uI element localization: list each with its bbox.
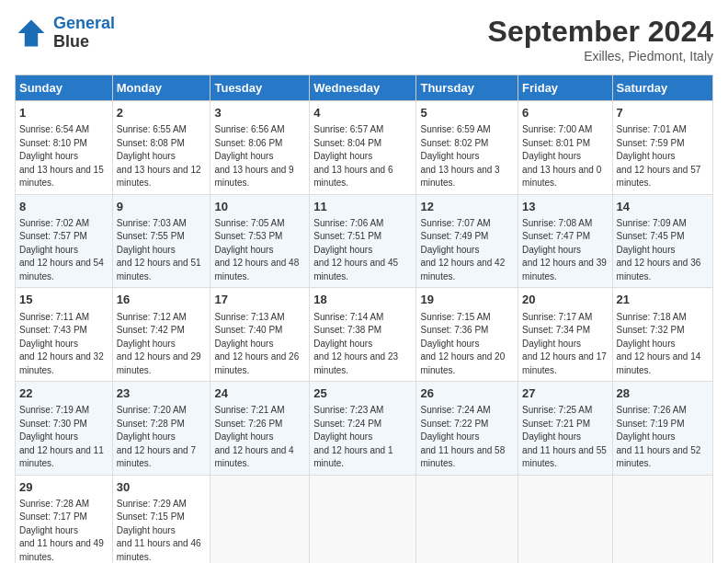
calendar-cell: 14Sunrise: 7:09 AMSunset: 7:45 PMDayligh… <box>612 194 712 288</box>
day-info: Sunrise: 7:07 AMSunset: 7:49 PMDaylight … <box>420 217 514 284</box>
header-cell-monday: Monday <box>112 75 210 101</box>
day-number: 18 <box>313 292 412 308</box>
day-info: Sunrise: 7:17 AMSunset: 7:34 PMDaylight … <box>522 311 608 378</box>
calendar-week-3: 15Sunrise: 7:11 AMSunset: 7:43 PMDayligh… <box>16 288 713 382</box>
logo-icon <box>15 17 48 50</box>
day-number: 21 <box>617 292 709 308</box>
day-info: Sunrise: 7:29 AMSunset: 7:15 PMDaylight … <box>117 498 207 563</box>
logo-line2: Blue <box>53 33 115 52</box>
calendar-cell: 24Sunrise: 7:21 AMSunset: 7:26 PMDayligh… <box>210 382 310 476</box>
header-cell-thursday: Thursday <box>416 75 518 101</box>
calendar-cell: 26Sunrise: 7:24 AMSunset: 7:22 PMDayligh… <box>416 382 518 476</box>
day-info: Sunrise: 7:06 AMSunset: 7:51 PMDaylight … <box>313 217 412 284</box>
day-number: 25 <box>313 385 412 402</box>
day-number: 1 <box>19 105 108 121</box>
calendar-cell <box>310 475 416 563</box>
day-number: 14 <box>617 199 709 215</box>
day-number: 12 <box>420 199 514 215</box>
calendar-cell: 3Sunrise: 6:56 AMSunset: 8:06 PMDaylight… <box>210 101 310 195</box>
header-cell-tuesday: Tuesday <box>210 75 310 101</box>
day-number: 3 <box>214 105 305 121</box>
calendar-cell: 18Sunrise: 7:14 AMSunset: 7:38 PMDayligh… <box>310 288 416 382</box>
calendar-cell: 21Sunrise: 7:18 AMSunset: 7:32 PMDayligh… <box>612 288 712 382</box>
day-info: Sunrise: 6:55 AMSunset: 8:08 PMDaylight … <box>117 123 207 190</box>
day-info: Sunrise: 7:19 AMSunset: 7:30 PMDaylight … <box>19 404 108 471</box>
day-info: Sunrise: 7:13 AMSunset: 7:40 PMDaylight … <box>214 311 305 378</box>
calendar-cell: 17Sunrise: 7:13 AMSunset: 7:40 PMDayligh… <box>210 288 310 382</box>
day-info: Sunrise: 7:23 AMSunset: 7:24 PMDaylight … <box>313 404 412 471</box>
day-info: Sunrise: 7:25 AMSunset: 7:21 PMDaylight … <box>522 404 608 471</box>
calendar-week-5: 29Sunrise: 7:28 AMSunset: 7:17 PMDayligh… <box>16 475 713 563</box>
day-number: 23 <box>117 385 207 402</box>
header-cell-saturday: Saturday <box>612 75 712 101</box>
day-info: Sunrise: 7:08 AMSunset: 7:47 PMDaylight … <box>522 217 608 284</box>
calendar-table: SundayMondayTuesdayWednesdayThursdayFrid… <box>15 75 713 563</box>
calendar-week-1: 1Sunrise: 6:54 AMSunset: 8:10 PMDaylight… <box>16 101 713 195</box>
calendar-cell <box>518 475 612 563</box>
page-header: General Blue September 2024 Exilles, Pie… <box>15 15 713 63</box>
calendar-cell: 15Sunrise: 7:11 AMSunset: 7:43 PMDayligh… <box>16 288 113 382</box>
header-cell-friday: Friday <box>518 75 612 101</box>
calendar-cell: 12Sunrise: 7:07 AMSunset: 7:49 PMDayligh… <box>416 194 518 288</box>
day-info: Sunrise: 6:54 AMSunset: 8:10 PMDaylight … <box>19 123 108 190</box>
day-info: Sunrise: 7:09 AMSunset: 7:45 PMDaylight … <box>617 217 709 284</box>
day-number: 6 <box>522 105 608 121</box>
calendar-cell <box>612 475 712 563</box>
calendar-cell: 1Sunrise: 6:54 AMSunset: 8:10 PMDaylight… <box>16 101 113 195</box>
logo-line1: General <box>53 14 115 32</box>
day-number: 15 <box>19 292 108 308</box>
calendar-cell <box>210 475 310 563</box>
svg-marker-0 <box>18 19 45 46</box>
calendar-cell: 16Sunrise: 7:12 AMSunset: 7:42 PMDayligh… <box>112 288 210 382</box>
day-number: 7 <box>617 105 709 121</box>
calendar-header: SundayMondayTuesdayWednesdayThursdayFrid… <box>16 75 713 101</box>
day-info: Sunrise: 7:14 AMSunset: 7:38 PMDaylight … <box>313 311 412 378</box>
calendar-cell: 19Sunrise: 7:15 AMSunset: 7:36 PMDayligh… <box>416 288 518 382</box>
day-info: Sunrise: 6:59 AMSunset: 8:02 PMDaylight … <box>420 123 514 190</box>
day-info: Sunrise: 6:57 AMSunset: 8:04 PMDaylight … <box>313 123 412 190</box>
calendar-cell: 8Sunrise: 7:02 AMSunset: 7:57 PMDaylight… <box>16 194 113 288</box>
logo: General Blue <box>15 15 115 52</box>
day-number: 13 <box>522 199 608 215</box>
day-info: Sunrise: 7:00 AMSunset: 8:01 PMDaylight … <box>522 123 608 190</box>
calendar-body: 1Sunrise: 6:54 AMSunset: 8:10 PMDaylight… <box>16 101 713 564</box>
calendar-cell: 10Sunrise: 7:05 AMSunset: 7:53 PMDayligh… <box>210 194 310 288</box>
calendar-cell: 29Sunrise: 7:28 AMSunset: 7:17 PMDayligh… <box>16 475 113 563</box>
calendar-week-4: 22Sunrise: 7:19 AMSunset: 7:30 PMDayligh… <box>16 382 713 476</box>
day-number: 17 <box>214 292 305 308</box>
day-number: 11 <box>313 199 412 215</box>
day-info: Sunrise: 7:26 AMSunset: 7:19 PMDaylight … <box>617 404 709 471</box>
month-title: September 2024 <box>488 15 713 49</box>
calendar-cell: 28Sunrise: 7:26 AMSunset: 7:19 PMDayligh… <box>612 382 712 476</box>
day-info: Sunrise: 7:01 AMSunset: 7:59 PMDaylight … <box>617 123 709 190</box>
calendar-cell: 23Sunrise: 7:20 AMSunset: 7:28 PMDayligh… <box>112 382 210 476</box>
day-info: Sunrise: 7:11 AMSunset: 7:43 PMDaylight … <box>19 311 108 378</box>
header-row: SundayMondayTuesdayWednesdayThursdayFrid… <box>16 75 713 101</box>
calendar-cell: 6Sunrise: 7:00 AMSunset: 8:01 PMDaylight… <box>518 101 612 195</box>
day-info: Sunrise: 7:03 AMSunset: 7:55 PMDaylight … <box>117 217 207 284</box>
calendar-cell: 13Sunrise: 7:08 AMSunset: 7:47 PMDayligh… <box>518 194 612 288</box>
day-info: Sunrise: 7:24 AMSunset: 7:22 PMDaylight … <box>420 404 514 471</box>
title-block: September 2024 Exilles, Piedmont, Italy <box>488 15 713 63</box>
day-info: Sunrise: 7:05 AMSunset: 7:53 PMDaylight … <box>214 217 305 284</box>
day-info: Sunrise: 7:21 AMSunset: 7:26 PMDaylight … <box>214 404 305 471</box>
header-cell-sunday: Sunday <box>16 75 113 101</box>
day-number: 2 <box>117 105 207 121</box>
calendar-cell: 30Sunrise: 7:29 AMSunset: 7:15 PMDayligh… <box>112 475 210 563</box>
calendar-cell: 7Sunrise: 7:01 AMSunset: 7:59 PMDaylight… <box>612 101 712 195</box>
day-number: 9 <box>117 199 207 215</box>
day-number: 30 <box>117 479 207 496</box>
day-number: 27 <box>522 385 608 402</box>
calendar-cell: 27Sunrise: 7:25 AMSunset: 7:21 PMDayligh… <box>518 382 612 476</box>
day-number: 4 <box>313 105 412 121</box>
day-number: 10 <box>214 199 305 215</box>
day-info: Sunrise: 7:28 AMSunset: 7:17 PMDaylight … <box>19 498 108 563</box>
calendar-cell: 5Sunrise: 6:59 AMSunset: 8:02 PMDaylight… <box>416 101 518 195</box>
day-info: Sunrise: 7:02 AMSunset: 7:57 PMDaylight … <box>19 217 108 284</box>
header-cell-wednesday: Wednesday <box>310 75 416 101</box>
day-number: 5 <box>420 105 514 121</box>
day-number: 28 <box>617 385 709 402</box>
calendar-cell: 9Sunrise: 7:03 AMSunset: 7:55 PMDaylight… <box>112 194 210 288</box>
day-info: Sunrise: 6:56 AMSunset: 8:06 PMDaylight … <box>214 123 305 190</box>
day-info: Sunrise: 7:12 AMSunset: 7:42 PMDaylight … <box>117 311 207 378</box>
